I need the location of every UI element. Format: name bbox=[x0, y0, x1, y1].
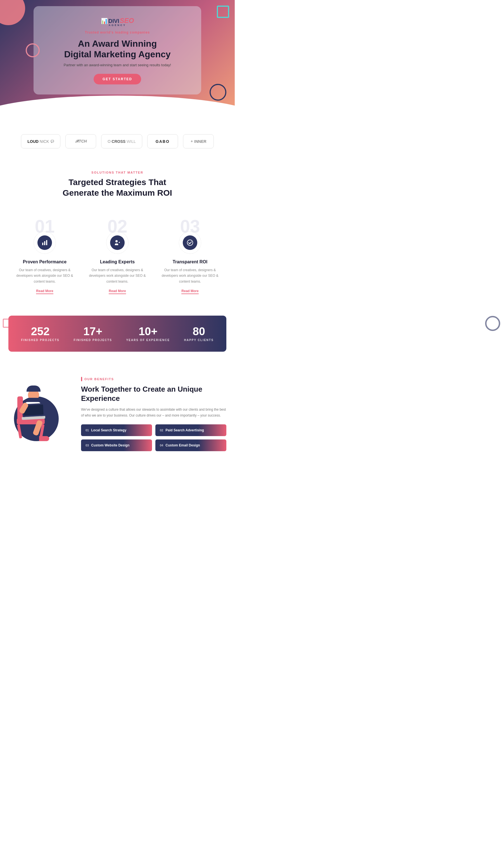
feature-link-1[interactable]: Read More bbox=[36, 289, 53, 294]
solutions-label: SOLUTIONS THAT MATTER bbox=[11, 171, 223, 174]
logo-block: 📊 DIVI SEO AGENCY bbox=[50, 17, 185, 27]
svg-rect-0 bbox=[42, 242, 43, 245]
stat-years-experience: 10+ YEARS OF EXPERIENCE bbox=[126, 326, 170, 342]
logo-seo: SEO bbox=[120, 17, 134, 24]
feature-link-3[interactable]: Read More bbox=[181, 289, 198, 294]
client-logo-pitch: 𝒫ITCH bbox=[65, 134, 96, 148]
user-settings-icon bbox=[114, 239, 121, 246]
feature-icon-wrap-2 bbox=[106, 231, 128, 254]
stat-number-2: 17+ bbox=[74, 326, 112, 337]
client-logo-gabo: GABO bbox=[147, 134, 178, 148]
benefit-btn-3[interactable]: 03 Custom Website Design bbox=[81, 440, 152, 451]
get-started-button[interactable]: GET STARTED bbox=[94, 74, 141, 84]
logo-divi: DIVI bbox=[108, 18, 119, 24]
svg-point-5 bbox=[187, 240, 193, 246]
benefit-num-2: 02 bbox=[160, 428, 163, 432]
hero-subtitle: Partner with an award-winning team and s… bbox=[50, 63, 185, 67]
deco-square-left bbox=[3, 319, 12, 328]
illus-beard bbox=[29, 398, 39, 401]
feature-icon-bg-1 bbox=[38, 235, 52, 250]
stats-banner: 252 FINISHED PROJECTS 17+ FINISHED PROJE… bbox=[8, 316, 226, 352]
client-logo-loudnick: LOUDNICK 💬 bbox=[21, 134, 60, 148]
benefit-label-1: Local Search Strategy bbox=[91, 428, 126, 432]
stat-label-4: HAPPY CLIENTS bbox=[184, 339, 214, 342]
feature-title-3: Transparent ROI bbox=[160, 259, 220, 265]
crosswill-hex-icon: ⬡ bbox=[107, 140, 111, 143]
benefits-content: OUR BENEFITS Work Together to Create an … bbox=[81, 377, 226, 451]
svg-rect-2 bbox=[46, 240, 47, 245]
hero-deco-square-top-right bbox=[217, 6, 229, 18]
feature-card-1: 01 Proven Performance Our team of creati… bbox=[8, 215, 81, 302]
hero-card: 📊 DIVI SEO AGENCY Trusted world's leadin… bbox=[33, 6, 201, 95]
benefits-grid: 01 Local Search Strategy 02 Paid Search … bbox=[81, 424, 226, 451]
benefit-num-4: 04 bbox=[160, 444, 163, 447]
feature-desc-2: Our team of creatives, designers & devel… bbox=[88, 267, 147, 284]
feature-desc-1: Our team of creatives, designers & devel… bbox=[15, 267, 74, 284]
client-logo-inner: ✦ INNER bbox=[183, 134, 214, 148]
benefit-num-3: 03 bbox=[85, 444, 89, 447]
hero-card-circle-left bbox=[26, 43, 40, 57]
clients-section: LOUDNICK 💬 𝒫ITCH ⬡ CROSSWILL GABO ✦ INNE… bbox=[0, 117, 235, 159]
solutions-section: SOLUTIONS THAT MATTER Targeted Strategie… bbox=[0, 159, 235, 215]
feature-card-3: 03 Transparent ROI Our team of creatives… bbox=[154, 215, 226, 302]
stat-number-4: 80 bbox=[184, 326, 214, 337]
benefit-label-3: Custom Website Design bbox=[91, 443, 129, 447]
stat-label-3: YEARS OF EXPERIENCE bbox=[126, 339, 170, 342]
feature-icon-wrap-1 bbox=[33, 231, 56, 254]
benefit-label-4: Custom Email Design bbox=[166, 443, 200, 447]
logo-agency: AGENCY bbox=[109, 24, 126, 27]
illus-shoe bbox=[39, 436, 49, 441]
stat-label-2: FINISHED PROJECTS bbox=[74, 339, 112, 342]
hero-deco-circle-top-left bbox=[0, 0, 25, 25]
stat-happy-clients: 80 HAPPY CLIENTS bbox=[184, 326, 214, 342]
stat-finished-projects-1: 252 FINISHED PROJECTS bbox=[21, 326, 59, 342]
benefit-btn-2[interactable]: 02 Paid Search Advertising bbox=[155, 424, 226, 436]
person-illustration bbox=[11, 377, 67, 444]
feature-icon-wrap-3 bbox=[179, 231, 201, 254]
inner-diamond-icon: ✦ bbox=[190, 140, 193, 143]
check-icon bbox=[187, 239, 193, 246]
feature-icon-bg-2 bbox=[110, 235, 125, 250]
hero-tagline: Trusted world's leading companies bbox=[50, 30, 185, 34]
hero-deco-circle-bottom-right bbox=[210, 84, 226, 101]
feature-icon-bg-3 bbox=[183, 235, 197, 250]
feature-link-2[interactable]: Read More bbox=[109, 289, 126, 294]
stat-number-3: 10+ bbox=[126, 326, 170, 337]
feature-title-2: Leading Experts bbox=[88, 259, 147, 265]
benefit-btn-4[interactable]: 04 Custom Email Design bbox=[155, 440, 226, 451]
svg-rect-1 bbox=[44, 241, 45, 245]
features-row: 01 Proven Performance Our team of creati… bbox=[0, 215, 235, 307]
benefits-title: Work Together to Create an Unique Experi… bbox=[81, 385, 226, 403]
benefit-btn-1[interactable]: 01 Local Search Strategy bbox=[81, 424, 152, 436]
feature-desc-3: Our team of creatives, designers & devel… bbox=[160, 267, 220, 284]
benefits-label-bar bbox=[81, 377, 82, 381]
client-logo-crosswill: ⬡ CROSSWILL bbox=[101, 134, 142, 148]
benefits-desc: We've designed a culture that allows our… bbox=[81, 407, 226, 418]
stat-finished-projects-2: 17+ FINISHED PROJECTS bbox=[74, 326, 112, 342]
stat-label-1: FINISHED PROJECTS bbox=[21, 339, 59, 342]
illus-hair bbox=[27, 385, 41, 392]
loudnick-bubble-icon: 💬 bbox=[51, 140, 54, 143]
solutions-title: Targeted Strategies That Generate the Ma… bbox=[11, 177, 223, 198]
logo-bars-icon: 📊 bbox=[101, 18, 108, 24]
feature-card-2: 02 Leading Experts Our team of creatives… bbox=[81, 215, 154, 302]
stat-number-1: 252 bbox=[21, 326, 59, 337]
bar-chart-icon bbox=[41, 239, 48, 246]
hero-title: An Award Winning Digital Marketing Agenc… bbox=[50, 38, 185, 60]
benefit-num-1: 01 bbox=[85, 428, 89, 432]
benefit-label-2: Paid Search Advertising bbox=[166, 428, 204, 432]
benefits-illustration bbox=[8, 377, 70, 444]
svg-point-3 bbox=[115, 240, 118, 242]
feature-title-1: Proven Performance bbox=[15, 259, 74, 265]
benefits-label: OUR BENEFITS bbox=[81, 377, 226, 381]
benefits-section: OUR BENEFITS Work Together to Create an … bbox=[0, 360, 235, 462]
hero-section: 📊 DIVI SEO AGENCY Trusted world's leadin… bbox=[0, 0, 235, 117]
